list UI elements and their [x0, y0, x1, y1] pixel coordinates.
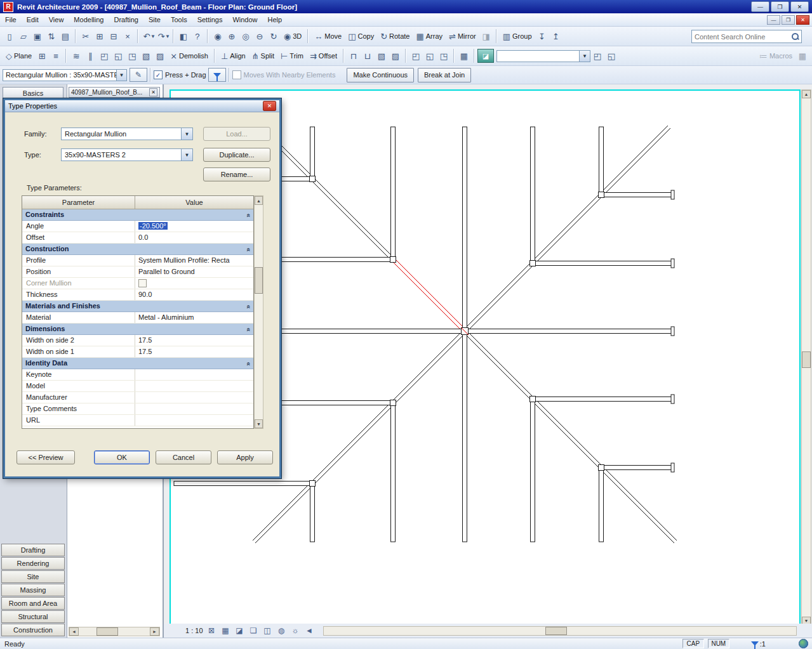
scroll-left-icon[interactable]: ◄: [304, 626, 315, 636]
scroll-down-icon[interactable]: ▼: [255, 419, 263, 428]
duplicate-button[interactable]: Duplicate...: [203, 148, 270, 162]
collapse-icon[interactable]: «: [243, 305, 252, 308]
pin-icon[interactable]: ↧: [535, 29, 549, 43]
delete-icon[interactable]: ×: [121, 29, 135, 43]
apply-button[interactable]: Apply: [217, 450, 273, 464]
wall-icon[interactable]: ◱: [111, 49, 125, 63]
new-icon[interactable]: ▯: [3, 29, 17, 43]
menu-item-tools[interactable]: Tools: [166, 15, 192, 25]
align-button[interactable]: ⊥ Align: [218, 50, 249, 62]
break-at-join-button[interactable]: Break at Join: [418, 68, 471, 82]
type-selector-dropdown-icon[interactable]: ▼: [116, 70, 126, 81]
design-options-icon[interactable]: ◪: [477, 49, 494, 63]
roof-icon[interactable]: ▨: [153, 49, 167, 63]
param-row-url[interactable]: URL: [22, 415, 253, 426]
grid-icon[interactable]: ⊞: [35, 49, 49, 63]
zoom-out-icon[interactable]: ⊖: [253, 29, 267, 43]
floor-icon[interactable]: ◳: [125, 49, 139, 63]
mdi-minimize-button[interactable]: —: [767, 15, 780, 25]
element-properties-button[interactable]: ✎: [130, 68, 147, 82]
zoom-in-icon[interactable]: ⊕: [225, 29, 239, 43]
edit-cut-icon[interactable]: ⊔: [361, 49, 375, 63]
scroll-right-icon[interactable]: ►: [150, 627, 159, 636]
design-bar-tab-room-and-area[interactable]: Room and Area: [1, 597, 65, 610]
zoom-fit-icon[interactable]: ◎: [239, 29, 253, 43]
param-group-construction[interactable]: Construction«: [22, 244, 253, 255]
selected-value[interactable]: -20.500°: [138, 222, 168, 230]
content-search-box[interactable]: [691, 30, 802, 43]
offset-button[interactable]: ⇉ Offset: [307, 50, 340, 62]
scrollbar-thumb[interactable]: [545, 627, 567, 635]
param-row-keynote[interactable]: Keynote: [22, 369, 253, 381]
ref-plane-icon[interactable]: ≋: [69, 49, 83, 63]
design-bar-tab-construction[interactable]: Construction: [1, 624, 65, 636]
array-button[interactable]: ▦ Array: [413, 30, 446, 43]
preview-button[interactable]: << Preview: [17, 450, 75, 464]
param-group-identity-data[interactable]: Identity Data«: [22, 358, 253, 369]
dialog-close-button[interactable]: ✕: [263, 101, 276, 111]
type-select[interactable]: 35x90-MASTERS 2 ▼: [61, 148, 193, 161]
show-crop-icon[interactable]: ◫: [262, 626, 273, 636]
redo-dropdown-icon[interactable]: ▼: [165, 34, 170, 39]
corner-mullion-checkbox[interactable]: [138, 279, 147, 287]
view-vertical-scrollbar[interactable]: ▲ ▼: [801, 89, 811, 626]
3d-view-button[interactable]: ◉ 3D: [281, 30, 305, 43]
rename-button[interactable]: Rename...: [203, 167, 270, 181]
wall-join-icon[interactable]: ⊓: [347, 49, 361, 63]
scroll-up-icon[interactable]: ▲: [802, 90, 811, 98]
help-icon[interactable]: ?: [190, 29, 204, 43]
view-scale-label[interactable]: 1 : 10: [185, 627, 203, 634]
demolish-button[interactable]: ⨯ Demolish: [167, 50, 211, 62]
minimize-button[interactable]: —: [751, 1, 769, 12]
paste-icon[interactable]: ⊟: [107, 29, 121, 43]
dialog-title-bar[interactable]: Type Properties ✕: [5, 100, 279, 112]
group-button[interactable]: ▥ Group: [500, 30, 535, 43]
press-drag-checkbox[interactable]: ✓: [154, 70, 163, 79]
save-icon[interactable]: ▣: [30, 29, 44, 43]
rotate-button[interactable]: ↻ Rotate: [377, 30, 413, 43]
design-bar-tab-structural[interactable]: Structural: [1, 610, 65, 623]
document-tab[interactable]: 40987_Mullion_Roof_B... ✕: [69, 87, 160, 98]
param-row-offset[interactable]: Offset0.0: [22, 232, 253, 244]
param-row-position[interactable]: PositionParallel to Ground: [22, 266, 253, 278]
move-button[interactable]: ↔ Move: [311, 30, 345, 43]
match-type-icon[interactable]: ◰: [409, 49, 423, 63]
type-selector[interactable]: Rectangular Mullion : 35x90-MASTER ▼: [3, 69, 127, 81]
menu-item-window[interactable]: Window: [227, 15, 262, 25]
design-bar-tab-rendering[interactable]: Rendering: [1, 557, 65, 570]
zoom-dynamic-icon[interactable]: ◉: [211, 29, 225, 43]
mdi-close-button[interactable]: ✕: [796, 15, 809, 25]
filter-button[interactable]: [208, 68, 226, 82]
family-dropdown-icon[interactable]: ▼: [181, 128, 192, 140]
type-dropdown-icon[interactable]: ▼: [181, 149, 192, 161]
menu-item-settings[interactable]: Settings: [192, 15, 228, 25]
press-drag-option[interactable]: ✓ Press + Drag: [154, 70, 206, 79]
param-row-thickness[interactable]: Thickness90.0: [22, 289, 253, 301]
close-button[interactable]: ✕: [790, 1, 809, 12]
cancel-button[interactable]: Cancel: [156, 450, 211, 464]
scrollbar-thumb[interactable]: [97, 627, 118, 636]
editor-mode-icon[interactable]: ◧: [176, 29, 190, 43]
crop-region-icon[interactable]: ⊠: [206, 626, 217, 636]
pick-to-edit-icon[interactable]: ◱: [604, 49, 618, 63]
param-row-angle[interactable]: Angle-20.500°: [22, 221, 253, 232]
print-icon[interactable]: ▤: [58, 29, 72, 43]
param-row-profile[interactable]: ProfileSystem Mullion Profile: Recta: [22, 255, 253, 266]
open-icon[interactable]: ▱: [17, 29, 30, 43]
param-group-constraints[interactable]: Constraints«: [22, 209, 253, 221]
design-options-combo[interactable]: ▼: [496, 50, 590, 62]
unjoin-geometry-icon[interactable]: ▨: [389, 49, 403, 63]
menu-item-modelling[interactable]: Modelling: [69, 15, 109, 25]
family-select[interactable]: Rectangular Mullion ▼: [61, 128, 193, 140]
detail-level-icon[interactable]: ▦: [220, 626, 231, 636]
design-bar-tab-drafting[interactable]: Drafting: [1, 544, 65, 556]
scrollbar-thumb[interactable]: [255, 267, 263, 294]
linework-icon[interactable]: ◱: [423, 49, 437, 63]
param-row-width-on-side-1[interactable]: Width on side 117.5: [22, 346, 253, 358]
menu-item-drafting[interactable]: Drafting: [109, 15, 143, 25]
work-plane-button[interactable]: ◇ Plane: [3, 50, 35, 62]
design-bar-tab-massing[interactable]: Massing: [1, 584, 65, 596]
table-scrollbar[interactable]: ▲ ▼: [254, 195, 263, 429]
collapse-icon[interactable]: «: [243, 247, 252, 251]
selection-filter[interactable]: :1: [751, 640, 766, 648]
